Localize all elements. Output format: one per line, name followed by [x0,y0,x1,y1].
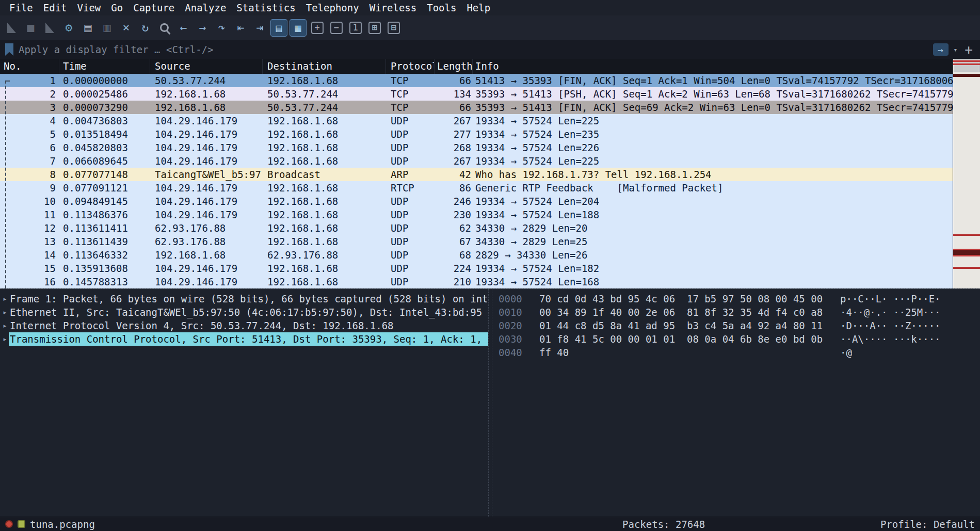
display-filter-input[interactable] [19,44,928,55]
auto-scroll-button[interactable]: ▤ [270,19,287,37]
go-back-button[interactable]: ← [175,19,192,37]
time-cell: 0.135913608 [59,262,150,275]
hex-ascii: ··25M··· [893,305,941,319]
stop-capture-button[interactable]: ■ [22,19,39,37]
protocol-cell: UDP [386,127,435,141]
resize-columns-button[interactable]: ⊞ [366,19,383,37]
column-header-destination[interactable]: Destination [263,59,386,74]
zoom-100-icon: 1 [349,22,362,34]
source-cell: 192.168.1.68 [150,248,263,262]
detail-frame-row[interactable]: ▸Frame 1: Packet, 66 bytes on wire (528 … [0,292,488,305]
source-cell: TaicangT&WEl_b5:97:… [150,168,263,181]
menu-capture[interactable]: Capture [128,1,180,14]
menu-telephony[interactable]: Telephony [301,1,364,14]
filter-bar: → ▾ + [0,40,980,59]
column-header-info[interactable]: Info [473,59,953,74]
column-header-no[interactable]: No. [0,59,59,74]
capture-comments-icon[interactable] [18,520,25,528]
menu-help[interactable]: Help [461,1,495,14]
detail-ethernet-row[interactable]: ▸Ethernet II, Src: TaicangT&WEl_b5:97:50… [0,305,488,319]
hex-ascii: ··A\···· [840,332,888,346]
menu-go[interactable]: Go [106,1,128,14]
packet-rows: 10.00000000050.53.77.244192.168.1.68TCP6… [0,74,980,288]
menu-edit[interactable]: Edit [38,1,72,14]
hex-row[interactable]: 003001 f8 41 5c 00 00 01 0108 0a 04 6b 8… [499,332,980,346]
go-forward-button[interactable]: → [194,19,211,37]
length-cell: 68 [435,248,473,262]
packet-row[interactable]: 40.004736803104.29.146.179192.168.1.68UD… [0,114,953,127]
column-header-time[interactable]: Time [59,59,150,74]
close-file-button[interactable]: × [118,19,135,37]
expander-icon[interactable]: ▸ [0,305,9,319]
menu-statistics[interactable]: Statistics [231,1,300,14]
menu-view[interactable]: View [72,1,106,14]
column-header-protocol[interactable]: Protocol [386,59,435,74]
capture-options-button[interactable]: ⚙ [60,19,77,37]
menu-analyze[interactable]: Analyze [180,1,231,14]
hex-row[interactable]: 0040ff 40·@ [499,346,980,359]
packet-row[interactable]: 60.045820803104.29.146.179192.168.1.68UD… [0,141,953,154]
menu-file[interactable]: File [4,1,38,14]
hex-row[interactable]: 000070 cd 0d 43 bd 95 4c 0617 b5 97 50 0… [499,292,980,305]
detail-ip-row[interactable]: ▸Internet Protocol Version 4, Src: 50.53… [0,319,488,332]
find-packet-button[interactable] [156,19,173,37]
detail-tcp-row[interactable]: ▸Transmission Control Protocol, Src Port… [0,332,488,346]
packet-row[interactable]: 10.00000000050.53.77.244192.168.1.68TCP6… [0,74,953,87]
profile-label[interactable]: Profile: Default [880,519,975,530]
packet-row[interactable]: 130.11361143962.93.176.88192.168.1.68UDP… [0,235,953,248]
time-cell: 0.145788313 [59,275,150,288]
packet-row[interactable]: 50.013518494104.29.146.179192.168.1.68UD… [0,127,953,141]
hex-row[interactable]: 002001 44 c8 d5 8a 41 ad 95b3 c4 5a a4 9… [499,319,980,332]
packet-row[interactable]: 120.11361141162.93.176.88192.168.1.68UDP… [0,221,953,235]
expander-icon[interactable]: ▸ [0,332,9,346]
protocol-cell: UDP [386,195,435,208]
source-cell: 62.93.176.88 [150,235,263,248]
length-cell: 210 [435,275,473,288]
packet-row[interactable]: 30.000073290192.168.1.6850.53.77.244TCP6… [0,101,953,114]
colorize-icon: ▦ [295,23,301,33]
packet-row[interactable]: 150.135913608104.29.146.179192.168.1.68U… [0,262,953,275]
reset-layout-button[interactable]: ⊟ [385,19,402,37]
open-file-button[interactable]: ▤ [79,19,97,37]
packet-row[interactable]: 110.113486376104.29.146.179192.168.1.68U… [0,208,953,221]
length-cell: 62 [435,221,473,235]
length-cell: 42 [435,168,473,181]
zoom-out-icon: − [330,22,343,34]
menu-tools[interactable]: Tools [422,1,461,14]
zoom-100-button[interactable]: 1 [347,19,364,37]
go-to-packet-button[interactable]: ↷ [213,19,230,37]
protocol-cell: ARP [386,168,435,181]
expert-info-icon[interactable] [5,520,13,528]
go-last-packet-button[interactable]: ⇥ [251,19,268,37]
packet-row[interactable]: 140.113646332192.168.1.6862.93.176.88UDP… [0,248,953,262]
apply-filter-button[interactable]: → [933,43,949,56]
filter-bookmark-icon[interactable] [5,43,13,56]
save-file-button[interactable]: ▥ [99,19,116,37]
packet-row[interactable]: 70.066089645104.29.146.179192.168.1.68UD… [0,154,953,168]
zoom-in-button[interactable]: + [309,19,326,37]
packet-row[interactable]: 100.094849145104.29.146.179192.168.1.68U… [0,195,953,208]
menu-wireless[interactable]: Wireless [364,1,422,14]
expander-icon[interactable]: ▸ [0,292,9,305]
packet-row[interactable]: 160.145788313104.29.146.179192.168.1.68U… [0,275,953,288]
expander-icon[interactable]: ▸ [0,319,9,332]
filter-dropdown-icon[interactable]: ▾ [954,46,958,54]
packet-list-scrollbar[interactable] [953,59,980,288]
start-capture-button[interactable] [3,19,20,37]
packet-row[interactable]: 90.077091121104.29.146.179192.168.1.68RT… [0,181,953,195]
column-header-length[interactable]: Length [435,59,473,74]
hex-bytes: 17 b5 97 50 08 00 45 00 [687,292,823,305]
packet-row[interactable]: 20.000025486192.168.1.6850.53.77.244TCP1… [0,87,953,101]
colorize-button[interactable]: ▦ [290,19,307,37]
restart-capture-button[interactable] [41,19,58,37]
hex-ascii: p··C··L· [840,292,888,305]
source-cell: 192.168.1.68 [150,87,263,101]
hex-row[interactable]: 001000 34 89 1f 40 00 2e 0681 8f 32 35 4… [499,305,980,319]
add-filter-button[interactable]: + [962,42,975,57]
zoom-out-button[interactable]: − [328,19,345,37]
go-first-packet-button[interactable]: ⇤ [232,19,249,37]
packet-details-pane: ▸Frame 1: Packet, 66 bytes on wire (528 … [0,289,489,517]
reload-button[interactable]: ↻ [137,19,154,37]
packet-row[interactable]: 80.077077148TaicangT&WEl_b5:97:…Broadcas… [0,168,953,181]
column-header-source[interactable]: Source [150,59,263,74]
